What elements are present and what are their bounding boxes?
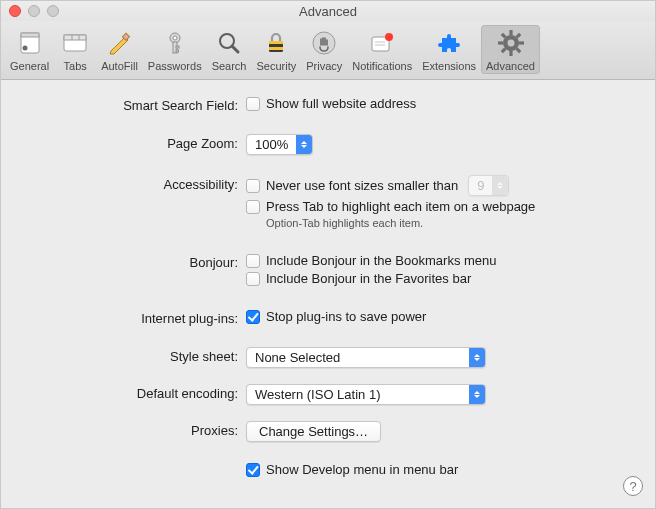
help-button[interactable]: ?: [623, 476, 643, 496]
tab-label: Privacy: [306, 60, 342, 72]
tab-label: Search: [212, 60, 247, 72]
tab-passwords[interactable]: Passwords: [143, 25, 207, 74]
svg-point-32: [507, 40, 514, 47]
svg-line-14: [232, 46, 238, 52]
tab-label: Tabs: [64, 60, 87, 72]
tab-label: Advanced: [486, 60, 535, 72]
tab-label: General: [10, 60, 49, 72]
page-zoom-value: 100%: [247, 135, 296, 154]
help-icon: ?: [629, 479, 636, 494]
stepper-icon: [296, 135, 312, 154]
tab-label: Passwords: [148, 60, 202, 72]
svg-point-9: [173, 36, 177, 40]
window-title: Advanced: [1, 4, 655, 19]
min-font-value: 9: [469, 176, 492, 195]
style-sheet-value: None Selected: [247, 348, 469, 367]
page-zoom-select[interactable]: 100%: [246, 134, 313, 155]
advanced-pane: Smart Search Field: Show full website ad…: [1, 80, 655, 494]
stop-plugins-label: Stop plug-ins to save power: [266, 309, 426, 324]
plugins-label: Internet plug-ins:: [21, 309, 246, 326]
bonjour-bookmarks-checkbox[interactable]: [246, 254, 260, 268]
option-tab-note: Option-Tab highlights each item.: [266, 217, 635, 229]
press-tab-checkbox[interactable]: [246, 200, 260, 214]
svg-rect-26: [498, 41, 503, 44]
show-full-url-label: Show full website address: [266, 96, 416, 111]
bonjour-label: Bonjour:: [21, 253, 246, 270]
smart-search-label: Smart Search Field:: [21, 96, 246, 113]
tab-label: Security: [256, 60, 296, 72]
tab-label: Extensions: [422, 60, 476, 72]
svg-point-22: [385, 33, 393, 41]
bonjour-favorites-label: Include Bonjour in the Favorites bar: [266, 271, 471, 286]
svg-rect-11: [176, 46, 179, 48]
tab-label: Notifications: [352, 60, 412, 72]
encoding-value: Western (ISO Latin 1): [247, 385, 469, 404]
min-font-checkbox[interactable]: [246, 179, 260, 193]
style-sheet-label: Style sheet:: [21, 347, 246, 364]
search-icon: [213, 27, 245, 59]
min-font-label: Never use font sizes smaller than: [266, 178, 458, 193]
bonjour-favorites-checkbox[interactable]: [246, 272, 260, 286]
svg-point-2: [22, 46, 27, 51]
proxies-label: Proxies:: [21, 421, 246, 438]
svg-rect-27: [519, 41, 524, 44]
tab-extensions[interactable]: Extensions: [417, 25, 481, 74]
stepper-icon: [469, 348, 485, 367]
tabs-icon: [59, 27, 91, 59]
encoding-label: Default encoding:: [21, 384, 246, 401]
window-titlebar: Advanced: [1, 1, 655, 21]
svg-rect-16: [269, 41, 283, 44]
svg-rect-25: [509, 51, 512, 56]
accessibility-label: Accessibility:: [21, 175, 246, 192]
min-font-select: 9: [468, 175, 509, 196]
show-develop-label: Show Develop menu in menu bar: [266, 462, 458, 477]
svg-rect-4: [64, 35, 86, 40]
encoding-select[interactable]: Western (ISO Latin 1): [246, 384, 486, 405]
svg-rect-12: [176, 50, 179, 52]
tab-autofill[interactable]: AutoFill: [96, 25, 143, 74]
svg-rect-1: [21, 33, 39, 37]
tab-privacy[interactable]: Privacy: [301, 25, 347, 74]
press-tab-label: Press Tab to highlight each item on a we…: [266, 199, 535, 214]
tab-search[interactable]: Search: [207, 25, 252, 74]
bonjour-bookmarks-label: Include Bonjour in the Bookmarks menu: [266, 253, 497, 268]
tab-tabs[interactable]: Tabs: [54, 25, 96, 74]
style-sheet-select[interactable]: None Selected: [246, 347, 486, 368]
preferences-toolbar: General Tabs AutoFill Passwords Search S…: [1, 21, 655, 80]
tab-general[interactable]: General: [5, 25, 54, 74]
key-icon: [159, 27, 191, 59]
tab-security[interactable]: Security: [251, 25, 301, 74]
tab-label: AutoFill: [101, 60, 138, 72]
tab-advanced[interactable]: Advanced: [481, 25, 540, 74]
gear-icon: [495, 27, 527, 59]
lock-icon: [260, 27, 292, 59]
change-settings-label: Change Settings…: [259, 424, 368, 439]
page-zoom-label: Page Zoom:: [21, 134, 246, 151]
stepper-icon: [492, 176, 508, 195]
autofill-icon: [103, 27, 135, 59]
stepper-icon: [469, 385, 485, 404]
svg-rect-17: [269, 47, 283, 50]
tab-notifications[interactable]: Notifications: [347, 25, 417, 74]
hand-icon: [308, 27, 340, 59]
stop-plugins-checkbox[interactable]: [246, 310, 260, 324]
puzzle-icon: [433, 27, 465, 59]
notifications-icon: [366, 27, 398, 59]
svg-rect-24: [509, 30, 512, 35]
show-develop-checkbox[interactable]: [246, 463, 260, 477]
general-icon: [14, 27, 46, 59]
change-settings-button[interactable]: Change Settings…: [246, 421, 381, 442]
show-full-url-checkbox[interactable]: [246, 97, 260, 111]
